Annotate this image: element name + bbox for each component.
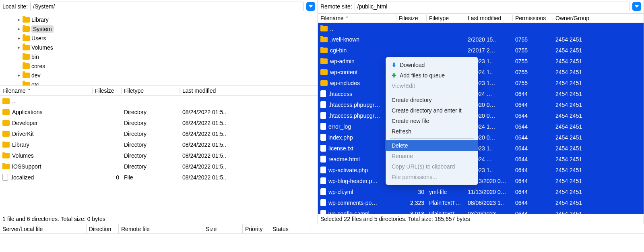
folder-icon <box>2 142 10 148</box>
list-item[interactable]: .. <box>0 96 318 106</box>
queue-col-size[interactable]: Size <box>203 224 243 233</box>
ctx-add-queue[interactable]: ✚Add files to queue <box>386 70 478 81</box>
tree-item[interactable]: cores <box>0 61 318 71</box>
file-owner: 2454 2451 <box>553 123 597 130</box>
queue-col-priority[interactable]: Priority <box>243 224 270 233</box>
list-item[interactable]: .htaccess.phpupgr…7/2020 0…06442454 2451 <box>318 99 644 110</box>
ctx-view-edit: View/Edit <box>386 81 478 91</box>
file-permissions: 0755 <box>513 47 553 54</box>
col-owner[interactable]: Owner/Group <box>553 15 597 21</box>
list-item[interactable]: .. <box>318 23 644 34</box>
file-owner: 2454 2451 <box>553 156 597 162</box>
list-item[interactable]: .htaccess8/2024 …06442454 2451 <box>318 88 644 99</box>
file-name: wp-comments-po… <box>328 200 377 206</box>
sort-asc-icon: ⌃ <box>345 16 349 21</box>
list-item[interactable]: VolumesDirectory08/24/2022 01:5.. <box>0 150 318 161</box>
folder-icon <box>23 35 30 41</box>
remote-path-input[interactable] <box>355 2 630 11</box>
list-item[interactable]: license.txt7/2023 1..06442454 2451 <box>318 143 644 154</box>
list-item[interactable]: ApplicationsDirectory08/24/2022 01:5.. <box>0 106 318 117</box>
list-item[interactable]: .localized0File08/24/2022 01:5.. <box>0 172 318 183</box>
ctx-download[interactable]: ⬇Download <box>386 60 478 70</box>
file-owner: 2454 2451 <box>553 134 597 141</box>
col-filesize[interactable]: Filesize <box>93 87 122 94</box>
list-item[interactable]: wp-config-sampl…3,013PlainTextT…03/29/20… <box>318 208 644 214</box>
tree-item[interactable]: etc <box>0 80 318 86</box>
list-item[interactable]: .htaccess.phpupgr…7/2020 0…06442454 2451 <box>318 110 644 121</box>
ctx-create-dir-enter[interactable]: Create directory and enter it <box>386 105 478 116</box>
list-item[interactable]: iOSSupportDirectory08/24/2022 01:5.. <box>0 161 318 172</box>
file-permissions: 0644 <box>513 134 553 141</box>
list-item[interactable]: cgi-bin2/2017 2…07552454 2451 <box>318 45 644 56</box>
col-filetype[interactable]: Filetype <box>122 87 180 94</box>
list-item[interactable]: DeveloperDirectory08/24/2022 01:5.. <box>0 117 318 128</box>
list-item[interactable]: wp-blog-header.p…351PlainTextT…11/13/202… <box>318 175 644 186</box>
list-item[interactable]: wp-activate.php8/2023 1..06442454 2451 <box>318 165 644 175</box>
expander-icon[interactable]: ▸ <box>17 17 21 22</box>
col-permissions[interactable]: Permissions <box>513 15 553 21</box>
file-type: Directory <box>122 163 180 170</box>
folder-icon <box>23 73 30 78</box>
list-item[interactable]: wp-admin8/2023 1..07552454 2451 <box>318 56 644 67</box>
list-item[interactable]: wp-includes7/2023 1…07552454 2451 <box>318 77 644 88</box>
list-item[interactable]: wp-comments-po…2,323PlainTextT…08/08/202… <box>318 197 644 208</box>
folder-icon <box>2 98 10 104</box>
expander-icon[interactable]: ▸ <box>17 45 21 50</box>
file-name: .htaccess.phpupgr… <box>328 102 380 108</box>
list-item[interactable]: LibraryDirectory08/24/2022 01:5.. <box>0 139 318 150</box>
queue-col-status[interactable]: Status <box>270 224 310 233</box>
queue-col-local[interactable]: Server/Local file <box>0 224 87 233</box>
tree-item[interactable]: ▸Users <box>0 33 318 43</box>
file-name: license.txt <box>328 145 353 152</box>
expander-icon[interactable]: ▸ <box>17 27 21 31</box>
context-menu: ⬇Download ✚Add files to queue View/Edit … <box>386 57 478 185</box>
list-item[interactable]: error_log7/2024 1…06442454 2451 <box>318 121 644 132</box>
list-item[interactable]: wp-content8/2024 1..07552454 2451 <box>318 67 644 77</box>
queue-col-remote[interactable]: Remote file <box>119 224 203 233</box>
file-name: .htaccess.phpupgr… <box>328 112 380 119</box>
file-modified: 08/24/2022 01:5.. <box>180 120 236 126</box>
list-item[interactable]: wp-cli.yml30yml-file11/13/2020 0…0644245… <box>318 186 644 197</box>
list-item[interactable]: DriverKitDirectory08/24/2022 01:5.. <box>0 128 318 139</box>
col-filename[interactable]: Filename⌃ <box>0 87 93 94</box>
file-icon <box>320 123 326 130</box>
folder-icon <box>23 54 30 60</box>
col-lastmod[interactable]: Last modified <box>180 87 236 94</box>
file-permissions: 0644 <box>513 178 553 184</box>
folder-icon <box>2 131 10 137</box>
local-path-dropdown[interactable] <box>306 2 315 11</box>
col-lastmod[interactable]: Last modified <box>465 15 513 21</box>
expander-icon[interactable]: ▸ <box>17 73 21 77</box>
col-filename[interactable]: Filename⌃ <box>318 15 396 21</box>
ctx-file-perm: File permissions... <box>386 172 478 182</box>
remote-path-dropdown[interactable] <box>632 2 641 11</box>
remote-file-list[interactable]: ⬇Download ✚Add files to queue View/Edit … <box>318 23 644 214</box>
col-filesize[interactable]: Filesize <box>396 15 427 21</box>
file-permissions: 0644 <box>513 200 553 206</box>
list-item[interactable]: readme.html0/2024 …06442454 2451 <box>318 154 644 165</box>
local-file-list[interactable]: ..ApplicationsDirectory08/24/2022 01:5..… <box>0 96 318 214</box>
ctx-refresh[interactable]: Refresh <box>386 126 478 137</box>
local-tree[interactable]: ▸Library▸System▸Users▸Volumesbincores▸de… <box>0 13 318 86</box>
ctx-create-file[interactable]: Create new file <box>386 116 478 126</box>
file-name: Volumes <box>12 152 34 159</box>
tree-item[interactable]: bin <box>0 52 318 61</box>
tree-item[interactable]: ▸dev <box>0 71 318 80</box>
queue-columns: Server/Local file Direction Remote file … <box>0 224 644 234</box>
file-modified: 08/24/2022 01:5.. <box>180 174 236 181</box>
file-type: Directory <box>122 152 180 159</box>
ctx-create-dir[interactable]: Create directory <box>386 95 478 105</box>
list-item[interactable]: index.php7/2020 0…06442454 2451 <box>318 132 644 143</box>
tree-item[interactable]: ▸Volumes <box>0 43 318 52</box>
file-icon <box>2 174 8 181</box>
tree-item[interactable]: ▸Library <box>0 15 318 24</box>
tree-item[interactable]: ▸System <box>0 24 318 33</box>
local-path-input[interactable] <box>30 2 304 11</box>
file-type: Directory <box>122 142 180 148</box>
list-item[interactable]: .well-known2/2020 15..07552454 2451 <box>318 34 644 45</box>
col-filetype[interactable]: Filetype <box>427 15 465 21</box>
queue-col-direction[interactable]: Direction <box>87 224 119 233</box>
expander-icon[interactable]: ▸ <box>17 36 21 40</box>
file-icon <box>320 177 326 184</box>
ctx-delete[interactable]: Delete <box>386 140 478 151</box>
